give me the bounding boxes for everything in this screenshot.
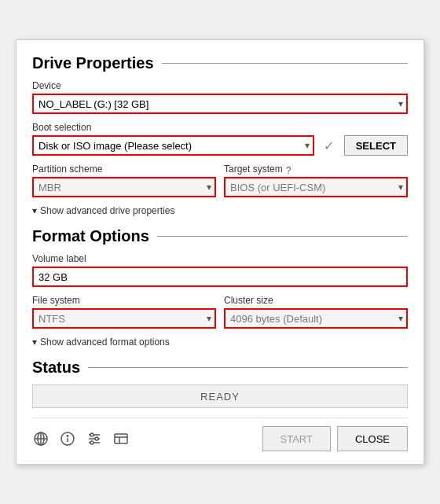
volume-label-field-group: Volume label xyxy=(32,253,408,287)
show-advanced-format[interactable]: ▾ Show advanced format options xyxy=(32,337,408,348)
target-system-label: Target system xyxy=(224,164,283,175)
target-system-help-icon[interactable]: ? xyxy=(286,165,292,176)
file-system-wrapper[interactable]: NTFS xyxy=(32,308,216,329)
footer-icons xyxy=(32,430,130,447)
boot-select-inner[interactable]: Disk or ISO image (Please select) xyxy=(32,135,314,156)
device-select[interactable]: NO_LABEL (G:) [32 GB] xyxy=(32,94,408,114)
boot-selection-row: Disk or ISO image (Please select) ✓ SELE… xyxy=(32,135,408,156)
svg-rect-13 xyxy=(115,434,127,443)
svg-point-10 xyxy=(90,433,94,436)
file-system-col: File system NTFS xyxy=(32,295,216,329)
volume-label-input[interactable] xyxy=(32,267,408,287)
volume-label-label: Volume label xyxy=(32,253,408,264)
partition-scheme-label: Partition scheme xyxy=(32,164,216,175)
select-button[interactable]: SELECT xyxy=(344,135,408,156)
device-select-wrapper[interactable]: NO_LABEL (G:) [32 GB] xyxy=(32,94,408,114)
svg-point-6 xyxy=(67,436,68,437)
info-icon[interactable] xyxy=(59,430,76,447)
format-options-divider xyxy=(157,236,408,237)
status-divider xyxy=(88,367,408,368)
table-icon[interactable] xyxy=(112,430,130,447)
chevron-down-icon: ▾ xyxy=(32,205,37,216)
status-title: Status xyxy=(32,359,80,377)
check-icon: ✓ xyxy=(319,135,339,156)
drive-properties-divider xyxy=(162,63,408,64)
boot-selection-select[interactable]: Disk or ISO image (Please select) xyxy=(32,135,314,156)
globe-icon[interactable] xyxy=(32,430,50,447)
chevron-down-icon-format: ▾ xyxy=(32,337,37,348)
format-options-title: Format Options xyxy=(32,227,149,245)
cluster-size-label: Cluster size xyxy=(224,295,408,306)
boot-selection-label: Boot selection xyxy=(32,122,408,133)
settings-icon[interactable] xyxy=(86,430,103,447)
status-section: Status READY xyxy=(32,359,408,408)
partition-scheme-wrapper[interactable]: MBR xyxy=(32,177,216,197)
status-header: Status xyxy=(32,359,408,377)
target-system-wrapper[interactable]: BIOS (or UEFI-CSM) xyxy=(224,177,408,197)
device-field-group: Device NO_LABEL (G:) [32 GB] xyxy=(32,80,408,114)
dialog: Drive Properties Device NO_LABEL (G:) [3… xyxy=(16,39,424,465)
device-label: Device xyxy=(32,80,408,91)
filesystem-cluster-row: File system NTFS Cluster size 4096 bytes… xyxy=(32,295,408,329)
svg-point-12 xyxy=(90,441,94,444)
file-system-select[interactable]: NTFS xyxy=(32,308,216,329)
close-button[interactable]: CLOSE xyxy=(337,426,408,451)
status-bar: READY xyxy=(32,384,408,408)
file-system-label: File system xyxy=(32,295,216,306)
format-options-header: Format Options xyxy=(32,227,408,245)
show-advanced-drive[interactable]: ▾ Show advanced drive properties xyxy=(32,205,408,216)
boot-select-wrapper[interactable]: Disk or ISO image (Please select) xyxy=(32,135,314,156)
partition-target-row: Partition scheme MBR Target system ? BIO… xyxy=(32,164,408,197)
cluster-size-col: Cluster size 4096 bytes (Default) xyxy=(224,295,408,329)
drive-properties-title: Drive Properties xyxy=(32,54,154,72)
cluster-size-wrapper[interactable]: 4096 bytes (Default) xyxy=(224,308,408,329)
footer: START CLOSE xyxy=(32,418,408,451)
boot-selection-field-group: Boot selection Disk or ISO image (Please… xyxy=(32,122,408,156)
footer-buttons: START CLOSE xyxy=(262,426,409,451)
partition-scheme-col: Partition scheme MBR xyxy=(32,164,216,197)
drive-properties-header: Drive Properties xyxy=(32,54,408,72)
cluster-size-select[interactable]: 4096 bytes (Default) xyxy=(224,308,408,329)
svg-point-11 xyxy=(95,437,98,440)
target-system-select[interactable]: BIOS (or UEFI-CSM) xyxy=(224,177,408,197)
target-system-col: Target system ? BIOS (or UEFI-CSM) xyxy=(224,164,408,197)
status-text: READY xyxy=(200,391,240,403)
partition-scheme-select[interactable]: MBR xyxy=(32,177,216,197)
start-button[interactable]: START xyxy=(262,426,331,451)
